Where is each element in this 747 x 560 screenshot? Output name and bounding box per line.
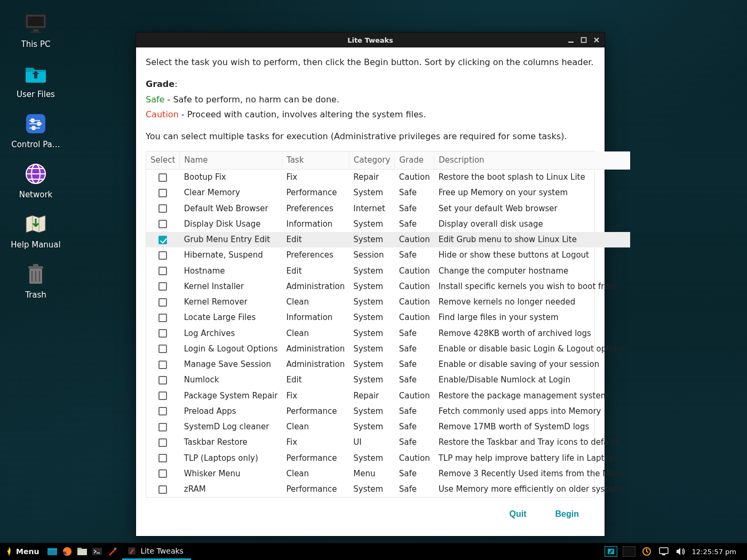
col-name[interactable]: Name [180, 151, 282, 170]
firefox-icon[interactable] [61, 546, 73, 557]
table-row[interactable]: Manage Save SessionAdministrationSystemS… [146, 357, 630, 372]
table-row[interactable]: Whisker MenuCleanMenuSafeRemove 3 Recent… [146, 466, 630, 482]
row-select-cell [146, 185, 180, 201]
row-checkbox[interactable] [158, 251, 167, 260]
desktop-icon-help-manual[interactable]: Help Manual [6, 211, 65, 250]
show-desktop-icon[interactable] [46, 546, 58, 557]
row-select-cell [146, 310, 180, 325]
window-titlebar[interactable]: Lite Tweaks [136, 33, 605, 47]
row-name: Hostname [180, 263, 282, 279]
row-name: Log Archives [180, 326, 282, 341]
row-checkbox[interactable] [158, 267, 167, 275]
window-minimize-button[interactable] [565, 35, 577, 45]
row-checkbox[interactable] [158, 391, 167, 400]
row-checkbox[interactable] [158, 314, 167, 322]
table-row[interactable]: NumlockEditSystemSafeEnable/Disable Numl… [146, 372, 630, 388]
workspace-1-icon[interactable] [605, 546, 617, 557]
table-row[interactable]: Hibernate, SuspendPreferencesSessionSafe… [146, 247, 630, 263]
clock[interactable]: 12:25:57 pm [692, 548, 742, 556]
row-checkbox[interactable] [158, 423, 167, 431]
table-row[interactable]: TLP (Laptops only)PerformanceSystemCauti… [146, 451, 630, 466]
row-checkbox[interactable] [158, 236, 167, 244]
row-checkbox[interactable] [158, 220, 167, 228]
row-checkbox[interactable] [158, 173, 167, 182]
row-category: System [349, 419, 395, 435]
table-row[interactable]: Preload AppsPerformanceSystemSafeFetch c… [146, 404, 630, 419]
row-name: Display Disk Usage [180, 217, 282, 232]
quit-button[interactable]: Quit [506, 507, 530, 521]
row-checkbox[interactable] [158, 454, 167, 462]
this-pc-icon [23, 11, 49, 36]
table-row[interactable]: Locate Large FilesInformationSystemCauti… [146, 310, 630, 325]
row-checkbox[interactable] [158, 298, 167, 307]
col-description[interactable]: Description [434, 151, 630, 170]
row-checkbox[interactable] [158, 407, 167, 415]
row-checkbox[interactable] [158, 361, 167, 369]
table-row[interactable]: Kernel RemoverCleanSystemCautionRemove k… [146, 294, 630, 310]
table-row[interactable]: Login & Logout OptionsAdministrationSyst… [146, 341, 630, 357]
row-task: Performance [282, 482, 349, 497]
table-row[interactable]: Bootup FixFixRepairCautionRestore the bo… [146, 170, 630, 186]
table-row[interactable]: Taskbar RestoreFixUISafeRestore the Task… [146, 435, 630, 450]
window-maximize-button[interactable] [578, 35, 590, 45]
table-row[interactable]: Package System RepairFixRepairCautionRes… [146, 388, 630, 404]
file-manager-icon[interactable] [76, 546, 88, 557]
row-task: Information [282, 217, 349, 232]
terminal-icon[interactable] [91, 546, 103, 557]
row-description: Remove 428KB worth of archived logs [434, 326, 630, 341]
lite-tweaks-window: Lite Tweaks Select the task you wish to … [136, 32, 605, 537]
desktop-icon-trash[interactable]: Trash [6, 261, 65, 300]
desktop-icon-control-panel[interactable]: Control Pa… [6, 111, 65, 149]
row-description: Fetch commonly used apps into Memory [434, 404, 630, 419]
settings-red-icon[interactable] [106, 546, 118, 557]
row-select-cell [146, 419, 180, 435]
volume-icon[interactable] [675, 546, 687, 557]
table-row[interactable]: HostnameEditSystemCautionChange the comp… [146, 263, 630, 279]
menu-button[interactable]: Menu [0, 543, 44, 560]
table-row[interactable]: Kernel InstallerAdministrationSystemCaut… [146, 279, 630, 294]
desktop-icon-user-files[interactable]: User Files [6, 61, 65, 99]
row-description: Enable/Disable Numlock at Login [434, 372, 630, 388]
row-select-cell [146, 341, 180, 357]
row-checkbox[interactable] [158, 376, 167, 385]
table-row[interactable]: Display Disk UsageInformationSystemSafeD… [146, 217, 630, 232]
row-checkbox[interactable] [158, 485, 167, 494]
row-checkbox[interactable] [158, 438, 167, 447]
table-row[interactable]: Grub Menu Entry EditEditSystemCautionEdi… [146, 232, 630, 247]
col-task[interactable]: Task [282, 151, 349, 170]
row-task: Administration [282, 279, 349, 294]
table-row[interactable]: Clear MemoryPerformanceSystemSafeFree up… [146, 185, 630, 201]
table-row[interactable]: Default Web BrowserPreferencesInternetSa… [146, 201, 630, 217]
row-checkbox[interactable] [158, 189, 167, 197]
row-category: Menu [349, 466, 395, 482]
row-checkbox[interactable] [158, 469, 167, 478]
row-grade: Caution [395, 310, 434, 325]
row-checkbox[interactable] [158, 329, 167, 338]
col-select[interactable]: Select [146, 151, 180, 170]
row-description: Enable or disable basic Login & Logout o… [434, 341, 630, 357]
row-category: System [349, 482, 395, 497]
desktop-icon-network[interactable]: Network [6, 161, 65, 199]
desktop-icon-this-pc[interactable]: This PC [6, 11, 65, 49]
workspace-2-icon[interactable] [623, 546, 635, 557]
row-select-cell [146, 217, 180, 232]
row-checkbox[interactable] [158, 345, 167, 353]
row-name: Bootup Fix [180, 170, 282, 186]
col-category[interactable]: Category [349, 151, 395, 170]
row-grade: Safe [395, 247, 434, 263]
taskbar-active-window[interactable]: Lite Tweaks [122, 543, 191, 560]
row-task: Clean [282, 466, 349, 482]
row-checkbox[interactable] [158, 204, 167, 213]
col-grade[interactable]: Grade [395, 151, 434, 170]
table-row[interactable]: SystemD Log cleanerCleanSystemSafeRemove… [146, 419, 630, 435]
update-notifier-icon[interactable] [641, 546, 653, 557]
row-grade: Safe [395, 466, 434, 482]
table-row[interactable]: zRAMPerformanceSystemSafeUse Memory more… [146, 482, 630, 497]
display-tray-icon[interactable] [658, 546, 670, 557]
table-row[interactable]: Log ArchivesCleanSystemSafeRemove 428KB … [146, 326, 630, 341]
row-description: TLP may help improve battery life in Lap… [434, 451, 630, 466]
window-close-button[interactable] [591, 35, 602, 45]
begin-button[interactable]: Begin [552, 507, 582, 521]
row-checkbox[interactable] [158, 282, 167, 291]
row-description: Edit Grub menu to show Linux Lite [434, 232, 630, 247]
